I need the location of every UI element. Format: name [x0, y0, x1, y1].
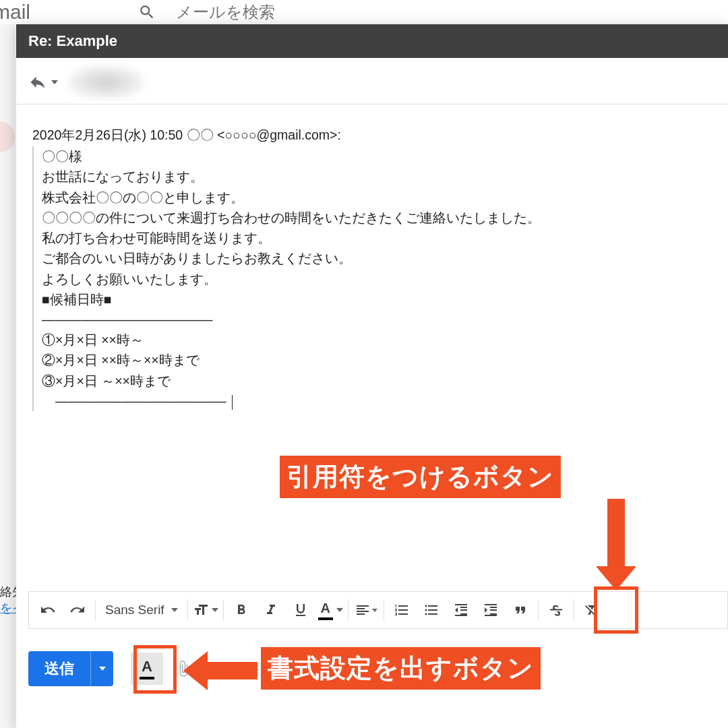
- chevron-down-icon: [171, 608, 178, 612]
- search-icon: [138, 3, 156, 21]
- chevron-down-icon: [51, 80, 58, 84]
- chevron-down-icon: [212, 608, 218, 612]
- reply-header-row: [16, 58, 728, 104]
- italic-button[interactable]: [256, 595, 286, 625]
- arrow-left-annotation: [183, 651, 257, 690]
- recipient-redacted: [69, 66, 143, 98]
- formatting-toolbar: Sans Serif A: [28, 591, 728, 629]
- numbered-list-button[interactable]: [387, 595, 417, 625]
- indent-more-button[interactable]: [476, 595, 506, 625]
- chevron-down-icon: [372, 609, 377, 612]
- formatting-options-button[interactable]: A: [131, 653, 163, 685]
- bulleted-list-button[interactable]: [417, 595, 446, 625]
- quoted-text-block: 〇〇様 お世話になっております。 株式会社〇〇の〇〇と申します。 〇〇〇〇の件に…: [32, 146, 712, 411]
- underline-button[interactable]: [286, 595, 315, 625]
- reply-attribution-line: 2020年2月26日(水) 10:50 〇〇 <○○○○@gmail.com>:: [32, 125, 712, 145]
- send-button[interactable]: 送信: [28, 651, 113, 686]
- send-options-button[interactable]: [90, 651, 113, 686]
- undo-button[interactable]: [33, 595, 63, 625]
- font-family-label: Sans Serif: [105, 603, 164, 617]
- quote-button[interactable]: [506, 595, 535, 625]
- chevron-down-icon: [99, 667, 106, 671]
- strikethrough-button[interactable]: [541, 595, 571, 625]
- bold-button[interactable]: [226, 595, 256, 625]
- callout-quote-button: 引用符をつけるボタン: [280, 456, 561, 498]
- arrow-down-annotation: [596, 499, 636, 592]
- indent-less-button[interactable]: [446, 595, 476, 625]
- search-bar[interactable]: メールを検索: [138, 1, 275, 23]
- font-family-select[interactable]: Sans Serif: [98, 603, 185, 617]
- text-cursor: [232, 395, 233, 410]
- reply-icon[interactable]: [28, 73, 58, 92]
- text-color-button[interactable]: A: [315, 595, 345, 625]
- align-button[interactable]: [351, 595, 381, 625]
- callout-format-button: 書式設定を出すボタン: [261, 647, 541, 690]
- clear-formatting-button[interactable]: [577, 595, 607, 625]
- search-placeholder: メールを検索: [176, 1, 275, 23]
- chevron-down-icon: [336, 608, 343, 612]
- compose-title-bar[interactable]: Re: Example: [16, 24, 728, 58]
- gmail-logo-fragment: mail: [0, 1, 30, 24]
- font-size-button[interactable]: [191, 595, 220, 625]
- redo-button[interactable]: [63, 595, 92, 625]
- send-button-label: 送信: [28, 651, 90, 686]
- background-header: mail メールを検索: [0, 0, 728, 24]
- compose-body[interactable]: 2020年2月26日(水) 10:50 〇〇 <○○○○@gmail.com>:…: [16, 104, 728, 418]
